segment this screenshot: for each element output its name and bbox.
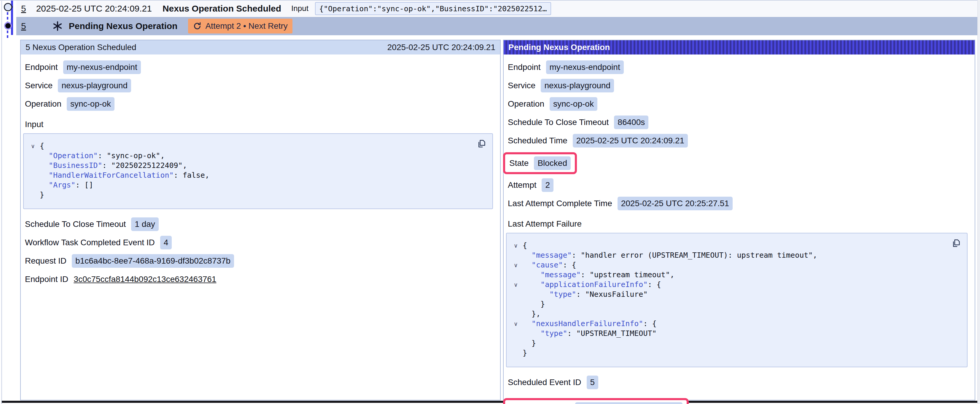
json-code: }, [523,309,541,319]
field-value-badge: sync-op-ok [67,97,115,111]
pending-operation-panel: Pending Nexus Operation Endpointmy-nexus… [503,40,975,401]
collapse-chevron-icon[interactable]: ∨ [509,242,523,252]
field-label: Schedule To Close Timeout [25,219,126,229]
pending-panel-title: Pending Nexus Operation [508,43,610,52]
failure-section-label: Last Attempt Failure [508,219,967,229]
json-line: ∨{ [509,241,961,250]
attempt-retry-badge: Attempt 2 • Next Retry [188,19,292,33]
field-row-service: Servicenexus-playground [25,79,493,92]
field-value-badge: my-nexus-endpoint [63,60,141,74]
json-gutter [509,340,523,350]
event-id-link[interactable]: 5 [21,21,26,31]
event-row-scheduled[interactable]: 5 2025-02-25 UTC 20:24:09.21 Nexus Opera… [16,1,978,16]
json-code: } [523,299,545,309]
field-label: Endpoint [508,62,541,72]
json-content: ∨{ "message": "handler error (UPSTREAM_T… [509,241,961,358]
json-gutter [26,172,40,182]
field-label: Operation [25,99,61,109]
json-code: { [523,241,527,250]
scheduled-node-icon[interactable] [4,3,12,11]
field-row-last-attempt-complete-time: Last Attempt Complete Time2025-02-25 UTC… [508,196,967,210]
field-label: Endpoint ID [25,274,68,284]
json-line: ∨{ [26,141,487,151]
collapse-chevron-icon[interactable]: ∨ [509,262,523,272]
vertical-scrollbar[interactable] [977,0,980,404]
json-gutter [26,192,40,201]
input-json-viewer: ∨{ "Operation": "sync-op-ok", "BusinessI… [23,133,493,209]
section-bottom-divider [2,401,978,403]
json-line: "message": "upstream timeout", [509,270,961,280]
json-gutter [509,272,523,281]
pending-node-icon[interactable] [4,22,12,30]
json-line: ∨ "nexusHandlerFailureInfo": { [509,319,961,328]
collapse-chevron-icon[interactable]: ∨ [509,281,523,291]
timeline-dashed-connector [7,12,8,22]
event-panel-title: 5 Nexus Operation Scheduled [25,43,137,52]
json-code: } [523,348,527,358]
field-row-endpoint: Endpointmy-nexus-endpoint [25,60,493,74]
field-label: Last Attempt Complete Time [508,199,612,208]
event-panel-time: 2025-02-25 UTC 20:24:09.21 [387,43,495,52]
copy-button[interactable] [476,139,487,150]
json-line: "HandlerWaitForCancellation": false, [26,170,487,180]
field-label: Endpoint [25,62,58,72]
field-label: Schedule To Close Timeout [508,117,609,127]
collapse-chevron-icon[interactable]: ∨ [26,143,40,152]
field-row-scheduled-event-id: Scheduled Event ID5 [508,375,967,389]
field-value-badge: 2025-02-25 UTC 20:24:09.21 [573,134,688,147]
json-gutter [509,350,523,360]
field-row-endpoint-id: Endpoint ID3c0c75ccfa8144b092c13ce632463… [25,273,493,286]
field-list: Endpointmy-nexus-endpointServicenexus-pl… [25,60,493,111]
json-line: "message": "handler error (UPSTREAM_TIME… [509,250,961,260]
json-gutter [26,152,40,162]
field-value-badge: 2 [542,178,554,192]
json-code: } [40,190,44,200]
pending-asterisk-icon [52,21,63,32]
json-code: "type": "UPSTREAM_TIMEOUT" [523,328,657,338]
json-code: "HandlerWaitForCancellation": false, [40,170,209,180]
attempt-badge-label: Attempt 2 • Next Retry [205,21,287,31]
json-gutter [509,252,523,262]
field-value-badge: 5 [587,375,598,389]
json-line: "type": "UPSTREAM_TIMEOUT" [509,328,961,338]
field-row-attempt: Attempt2 [508,178,967,192]
json-line: "type": "NexusFailure" [509,289,961,299]
field-row-operation: Operationsync-op-ok [25,97,493,111]
field-label: State [509,158,528,168]
json-line: ∨ "cause": { [509,260,961,270]
json-code: "message": "upstream timeout", [523,270,675,280]
failure-json-viewer: ∨{ "message": "handler error (UPSTREAM_T… [506,233,967,367]
event-row-pending[interactable]: 5 Pending Nexus Operation Attempt 2 • Ne… [16,17,978,35]
event-input-label: Input [291,4,309,13]
json-line: "Args": [] [26,180,487,190]
collapse-chevron-icon[interactable]: ∨ [509,320,523,330]
field-value-badge: 86400s [614,116,648,129]
field-row-schedule-to-close-timeout: Schedule To Close Timeout86400s [508,116,967,129]
field-row-request-id: Request IDb1c6a4bc-8ee7-468a-9169-df3b02… [25,254,493,268]
json-line: } [509,299,961,309]
event-id-link[interactable]: 5 [21,3,26,14]
page-left-border [1,0,2,404]
json-gutter [509,330,523,340]
json-gutter [509,301,523,311]
field-value-badge: The circuit breaker is open. [575,402,682,404]
event-input-preview[interactable]: {"Operation":"sync-op-ok","BusinessID":"… [315,2,551,15]
json-code: "message": "handler error (UPSTREAM_TIME… [523,250,817,260]
input-section-label: Input [25,120,493,129]
field-value-badge: sync-op-ok [550,97,597,111]
field-value-link[interactable]: 3c0c75ccfa8144b092c13ce632463761 [73,274,216,284]
field-label: Scheduled Event ID [508,378,581,387]
json-code: "nexusHandlerFailureInfo": { [523,319,657,328]
field-list: Schedule To Close Timeout1 dayWorkflow T… [25,217,493,286]
json-gutter [26,162,40,172]
json-line: } [509,348,961,358]
field-value-badge: 4 [160,236,172,249]
field-list: Scheduled Event ID5 [508,375,967,389]
field-row-scheduled-time: Scheduled Time2025-02-25 UTC 20:24:09.21 [508,134,967,147]
field-row-schedule-to-close-timeout: Schedule To Close Timeout1 day [25,217,493,231]
json-code: } [523,338,536,348]
field-label: Service [25,81,52,90]
copy-button[interactable] [951,238,961,249]
event-panel-header: 5 Nexus Operation Scheduled 2025-02-25 U… [21,40,500,54]
field-value-badge: b1c6a4bc-8ee7-468a-9169-df3b02c8737b [72,254,234,268]
